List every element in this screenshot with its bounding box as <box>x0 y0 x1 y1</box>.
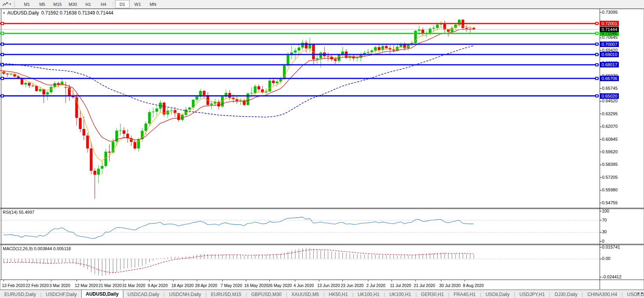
date-label: 3 Mar 2020 <box>49 283 70 288</box>
timeframe-button-m15[interactable]: M15 <box>50 0 65 8</box>
toolbar-drag-handle[interactable] <box>14 1 17 7</box>
date-tick-mark <box>441 280 441 282</box>
price-tick-mark <box>600 114 602 114</box>
rsi-tick-label: 0 <box>602 239 604 243</box>
tab-scroll-right-icon[interactable]: ▸ <box>641 291 643 295</box>
macd-tick-mark <box>600 259 602 259</box>
date-label: 22 Feb 2020 <box>26 283 49 288</box>
price-tick-mark <box>600 177 602 178</box>
price-tick-mark <box>600 190 602 191</box>
date-label: 8 Aug 2020 <box>463 283 484 288</box>
date-tick-mark <box>51 280 51 282</box>
main-price-chart[interactable] <box>0 9 600 208</box>
date-tick-mark <box>246 280 246 282</box>
date-label: 21 Jul 2020 <box>414 283 435 288</box>
date-tick-mark <box>77 280 77 282</box>
timeframe-button-d1[interactable]: D1 <box>115 0 130 8</box>
date-label: 26 May 2020 <box>268 283 292 288</box>
chart-tab-uk100-h1[interactable]: UK100,H1 <box>353 290 384 298</box>
chart-tab-xauusd-m5[interactable]: XAUUSD,M5 <box>287 290 323 298</box>
timeframe-button-m5[interactable]: M5 <box>35 0 49 8</box>
date-tick-mark <box>269 280 270 282</box>
date-tick-mark <box>124 280 124 282</box>
macd-tick-mark <box>600 277 602 277</box>
chart-tab-bar: EURUSD,Daily|USDCHF,DailyAUDUSD,DailyUSD… <box>0 290 644 298</box>
toolbar-separator <box>113 1 113 7</box>
date-label: 18 Apr 2020 <box>172 283 194 288</box>
price-tick-mark <box>600 139 602 140</box>
price-tick-mark <box>600 12 602 13</box>
chart-tab-dj30-daily[interactable]: DJ30,Daily <box>550 290 582 298</box>
rsi-panel-bottom-border <box>0 244 644 244</box>
chart-type-button[interactable]: ▾ <box>1 0 13 8</box>
chevron-down-icon[interactable]: ▾ <box>9 2 11 6</box>
timeframe-button-h1[interactable]: H1 <box>81 0 95 8</box>
date-tick-mark <box>392 280 392 282</box>
date-tick-mark <box>295 280 295 282</box>
timeframe-button-mn[interactable]: MN <box>146 0 160 8</box>
macd-tick-label: -0.024412 <box>602 274 622 279</box>
chart-type-icon <box>2 2 9 7</box>
timeframe-button-m30[interactable]: M30 <box>66 0 80 8</box>
price-tick-mark <box>600 152 602 152</box>
chart-tab-usdcnh-daily[interactable]: USDCNH,Daily <box>165 290 205 298</box>
chart-tab-usoil-daily[interactable]: USOil,Daily <box>481 290 514 298</box>
date-label: 16 May 2020 <box>244 283 268 288</box>
rsi-tick-mark <box>600 241 602 242</box>
date-tick-mark <box>465 280 465 282</box>
rsi-tick-mark <box>600 232 602 233</box>
date-tick-mark <box>415 280 416 282</box>
date-label: 13 Feb 2020 <box>2 283 25 288</box>
date-label: 31 Mar 2020 <box>122 283 145 288</box>
price-tick-mark <box>600 101 602 102</box>
chart-tab-fra40-h1[interactable]: FRA40,H1 <box>449 290 480 298</box>
timeframe-button-m1[interactable]: M1 <box>20 0 34 8</box>
date-tick-mark <box>100 280 101 282</box>
current-price-label: 0.71444 <box>600 27 619 32</box>
price-tick-label: 0.73095 <box>602 10 618 15</box>
date-tick-mark <box>4 280 4 282</box>
date-label: 4 Jun 2020 <box>293 283 314 288</box>
price-tick-label: 0.60845 <box>602 137 618 142</box>
chart-tab-eurusd-daily[interactable]: EURUSD,Daily <box>0 290 40 298</box>
chart-tab-gbpusd-m30[interactable]: GBPUSD,M30 <box>247 290 286 298</box>
price-tick-label: 0.55980 <box>602 187 618 192</box>
chart-tab-ger30-h1[interactable]: GER30,H1 <box>417 290 448 298</box>
rsi-tick-label: 70 <box>602 218 607 222</box>
main-panel-bottom-border <box>0 208 644 208</box>
price-tick-label: 0.58395 <box>602 162 618 167</box>
price-tick-label: 0.63295 <box>602 111 618 116</box>
rsi-indicator-chart[interactable] <box>0 209 600 244</box>
price-tick-mark <box>600 50 602 51</box>
price-tick-mark <box>600 165 602 165</box>
chart-tab-usdcad-daily[interactable]: USDCAD,Daily <box>123 290 164 298</box>
date-tick-mark <box>27 280 27 282</box>
chart-tab-china300-h4[interactable]: CHINA300,H4 <box>583 290 622 298</box>
timeframe-buttons: M1M5M15M30H1H4D1W1MN <box>19 0 161 8</box>
chart-tab-hk50-h1[interactable]: HK50,H1 <box>324 290 352 298</box>
chart-tab-usdjpy-h1[interactable]: USDJPY,H1 <box>515 290 549 298</box>
timeframe-button-h4[interactable]: H4 <box>96 0 111 8</box>
timeframe-button-w1[interactable]: W1 <box>130 0 145 8</box>
chart-tab-usdchf-daily[interactable]: USDCHF,Daily <box>42 290 81 298</box>
mt4-chart-window: ▾ M1M5M15M30H1H4D1W1MN ▾ AUDUSD,Daily 0.… <box>0 0 644 298</box>
rsi-tick-label: 100 <box>602 209 609 213</box>
macd-indicator-chart[interactable] <box>0 245 600 280</box>
chart-tab-audusd-daily[interactable]: AUDUSD,Daily <box>81 290 123 298</box>
date-label: 2 Jul 2020 <box>366 283 385 288</box>
price-tick-mark <box>600 203 602 203</box>
price-tick-label: 0.54755 <box>602 200 618 205</box>
tab-scroll-left-icon[interactable]: ◂ <box>637 291 639 295</box>
price-level-label: 0.65020 <box>600 93 619 99</box>
date-label: 21 Mar 2020 <box>99 283 122 288</box>
price-level-label: 0.68017 <box>600 62 619 67</box>
date-tick-mark <box>197 280 197 282</box>
price-tick-label: 0.57205 <box>602 175 618 180</box>
price-tick-label: 0.65745 <box>602 86 618 91</box>
date-tick-mark <box>149 280 150 282</box>
date-label: 7 May 2020 <box>221 283 242 288</box>
chart-tab-eurusd-m15[interactable]: EURUSD,M15 <box>207 290 245 298</box>
price-tick-label: 0.59620 <box>602 149 618 154</box>
macd-tick-label: 0.015741 <box>602 245 620 249</box>
chart-tab-uk100-h1[interactable]: UK100,H1 <box>385 290 415 298</box>
